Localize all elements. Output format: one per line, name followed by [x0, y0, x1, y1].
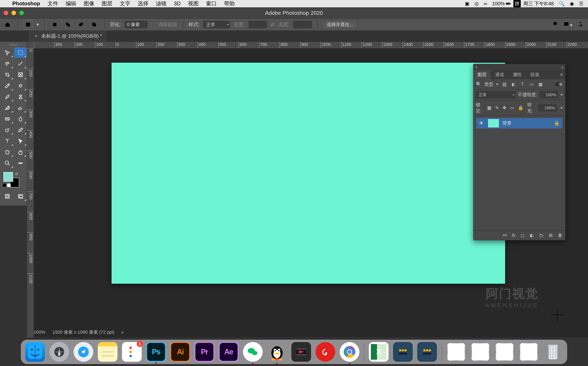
siri-icon[interactable]: ◉ [567, 1, 577, 7]
panel-close-icon[interactable]: × [475, 65, 477, 70]
screen-mode-toggle[interactable] [14, 191, 27, 201]
dock-safari[interactable] [74, 342, 93, 362]
magic-wand-tool[interactable] [14, 59, 27, 69]
filter-kind-chevron-icon[interactable]: ▾ [496, 82, 498, 87]
dock-stack-2[interactable] [470, 342, 490, 362]
lock-all-icon[interactable]: 🔒 [518, 105, 524, 111]
dock-premiere[interactable]: Pr [195, 342, 214, 362]
search-icon[interactable] [553, 21, 558, 28]
history-brush-tool[interactable] [1, 103, 14, 113]
menu-window[interactable]: 窗口 [202, 0, 220, 7]
layer-row[interactable]: 👁 背景 🔒 [476, 118, 562, 129]
feather-input[interactable] [125, 21, 147, 28]
dock-trash[interactable] [543, 342, 563, 362]
document-tab[interactable]: × 未标题-1 @ 100%(RGB/8) * [29, 31, 106, 42]
spot-heal-tool[interactable] [14, 81, 27, 91]
menu-image[interactable]: 图像 [80, 0, 98, 7]
lock-artboard-icon[interactable]: ▭ [510, 105, 514, 111]
path-select-tool[interactable] [14, 136, 27, 146]
filter-smart-icon[interactable]: ▦ [537, 81, 543, 87]
menu-edit[interactable]: 编辑 [62, 0, 80, 7]
opacity-chevron-icon[interactable]: ▾ [561, 92, 563, 98]
fill-chevron-icon[interactable]: ▾ [561, 105, 563, 111]
eyedropper-tool[interactable] [1, 81, 14, 91]
type-tool[interactable] [1, 136, 14, 146]
lock-position-icon[interactable]: ✥ [502, 105, 506, 111]
menu-file[interactable]: 文件 [44, 0, 62, 7]
clone-stamp-tool[interactable] [14, 92, 27, 102]
more-tools[interactable] [14, 158, 27, 168]
dock-finder[interactable] [25, 342, 45, 362]
dock-aftereffects[interactable]: Ae [219, 342, 238, 362]
palette-grabber[interactable] [1, 43, 26, 46]
filter-shape-icon[interactable]: ▭ [528, 81, 534, 87]
dock-stack-1[interactable] [446, 342, 466, 362]
input-method[interactable]: 拼 [513, 0, 521, 7]
zoom-tool[interactable] [1, 158, 14, 168]
canvas[interactable] [111, 63, 505, 284]
tab-layers[interactable]: 图层 [473, 70, 491, 79]
window-maximize-button[interactable] [19, 11, 24, 15]
share-icon[interactable] [577, 21, 583, 28]
workspace-switcher-icon[interactable]: ▾ [563, 21, 572, 28]
dock-finalcut[interactable] [291, 342, 311, 362]
dock-reminders[interactable]: 1 [122, 342, 142, 362]
quick-mask-toggle[interactable] [1, 191, 14, 201]
dock-stack-4[interactable] [519, 342, 539, 362]
lasso-tool[interactable] [1, 59, 14, 69]
default-colors-icon[interactable] [2, 183, 11, 187]
menu-view[interactable]: 视图 [184, 0, 202, 7]
dock-notes[interactable] [98, 342, 118, 362]
dock-photoshop[interactable]: Ps [146, 342, 166, 362]
adjustment-layer-icon[interactable]: ◐ [530, 233, 534, 238]
layer-lock-icon[interactable]: 🔒 [554, 121, 559, 126]
tab-paragraph[interactable]: 段落 [526, 70, 543, 79]
lock-brush-icon[interactable]: ✎ [495, 105, 499, 111]
swap-colors-icon[interactable]: ↺ [15, 172, 18, 176]
horizontal-ruler[interactable]: 3002001000100200300400500600700800900100… [34, 42, 588, 48]
fill-input[interactable] [538, 104, 557, 111]
vertical-ruler[interactable]: 010020030040050060070080090010001100 [27, 48, 34, 337]
add-mask-icon[interactable]: ◻ [521, 233, 524, 238]
menu-select[interactable]: 选择 [134, 0, 152, 7]
new-layer-icon[interactable]: ⊞ [549, 233, 553, 238]
frame-tool[interactable] [14, 70, 27, 80]
pen-tool[interactable] [14, 125, 27, 135]
filter-search-icon[interactable]: 🔍 [476, 82, 481, 87]
spotlight-icon[interactable]: 🔍 [556, 1, 567, 7]
menu-help[interactable]: 帮助 [220, 0, 238, 7]
eraser-tool[interactable] [14, 103, 27, 113]
link-layers-icon[interactable]: ⚯ [503, 233, 507, 238]
ruler-origin[interactable] [27, 42, 34, 48]
filter-adjust-icon[interactable]: ◐ [510, 81, 516, 87]
filter-toggle[interactable] [555, 82, 563, 86]
zoom-readout[interactable]: 100% [34, 329, 45, 335]
layers-panel[interactable]: × « 图层 通道 属性 段落 ≡ 🔍 类型 ▾ ▧ ◐ T ▭ ▦ 正常 不透… [473, 64, 565, 240]
window-minimize-button[interactable] [11, 11, 16, 15]
dock-recorder-b[interactable] [417, 342, 437, 362]
tool-preset-chevron-icon[interactable]: ▾ [37, 22, 39, 27]
tab-properties[interactable]: 属性 [509, 70, 526, 79]
layer-name[interactable]: 背景 [502, 120, 511, 126]
hand-tool[interactable] [14, 147, 27, 157]
screen-share-icon[interactable]: ▣ [462, 1, 472, 7]
dock-chrome[interactable] [340, 342, 359, 362]
blend-mode-select[interactable]: 正常 [476, 91, 516, 98]
link-icon[interactable]: ∞ [481, 1, 490, 7]
move-tool[interactable] [1, 47, 14, 58]
layer-thumbnail[interactable] [488, 119, 499, 127]
creative-cloud-icon[interactable]: ◎ [472, 1, 481, 7]
menu-layer[interactable]: 图层 [98, 0, 116, 7]
window-close-button[interactable] [4, 11, 8, 15]
delete-layer-icon[interactable]: 🗑 [558, 233, 562, 238]
app-name[interactable]: Photoshop [9, 0, 44, 7]
menu-3d[interactable]: 3D [170, 0, 184, 7]
panel-collapse-icon[interactable]: « [561, 65, 564, 70]
brush-tool[interactable] [1, 92, 14, 102]
dock-recorder-a[interactable] [393, 342, 413, 362]
menu-type[interactable]: 文字 [116, 0, 134, 7]
dock-stack-3[interactable] [495, 342, 514, 362]
layer-visibility-icon[interactable]: 👁 [479, 121, 485, 126]
gradient-tool[interactable] [1, 114, 14, 124]
menu-filter[interactable]: 滤镜 [152, 0, 170, 7]
